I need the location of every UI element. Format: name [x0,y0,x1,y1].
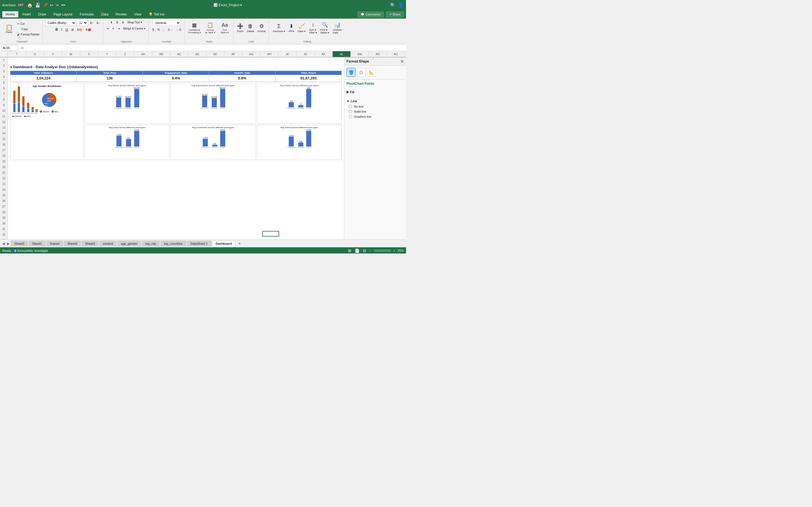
col-header-AH[interactable]: AH [260,51,278,57]
col-header-AL[interactable]: AL [333,51,351,57]
tab-insert[interactable]: Insert [19,11,34,17]
row-5[interactable]: 5 [0,80,8,86]
effects-tool-button[interactable]: ⬡ [357,68,366,77]
tab-home[interactable]: Home [2,11,18,17]
no-line-option[interactable]: No line [347,104,404,109]
row-17[interactable]: 17 [0,148,8,153]
redo-icon[interactable]: ↪ [56,3,59,7]
col-header-AI[interactable]: AI [278,51,297,57]
sum-button[interactable]: Σ AutoSum ▾ [271,20,287,36]
percent-button[interactable]: % [156,27,161,32]
paste-button[interactable]: 📋 Paste [3,20,15,38]
cell-reference-input[interactable] [1,45,18,51]
col-header-V[interactable]: V [44,51,62,57]
sheet-tab-top-countries[interactable]: top_countries [160,240,186,246]
fill-button[interactable]: ⬇ Fill ▾ [287,20,296,36]
row-4[interactable]: 4 [0,74,8,80]
fill-section-header[interactable]: ▶ Fill [347,90,404,94]
font-size-select[interactable]: 12 [77,20,88,26]
sheet-tab-content[interactable]: content [99,240,117,246]
col-header-Y[interactable]: Y [98,51,116,57]
tab-tell-me[interactable]: 💡 Tell me [145,11,168,17]
scroll-tabs-left-button[interactable]: ◀ [1,240,6,247]
row-27[interactable]: 27 [0,204,8,210]
row-12[interactable]: 12 [0,119,8,125]
row-28[interactable]: 28 [0,210,8,215]
col-header-U[interactable]: U [26,51,44,57]
pin-icon[interactable]: 📌 [43,3,48,7]
share-button[interactable]: ↗ Share [386,11,404,17]
pivot-chart-fields-link[interactable]: PivotChart Fields [344,79,406,88]
row-14[interactable]: 14 [0,131,8,136]
row-29[interactable]: 29 [0,215,8,221]
fill-tool-button[interactable]: 🪣 [347,68,356,77]
search-title-icon[interactable]: 🔍 [390,3,396,8]
zoom-out-button[interactable]: − [369,249,371,252]
sort-filter-button[interactable]: ↕ Sort &Filter ▾ [308,20,318,36]
col-header-AG[interactable]: AG [243,51,260,57]
font-color-button[interactable]: A🔴 [84,27,93,32]
autosave-indicator[interactable]: AutoSave OFF [2,3,25,7]
size-tool-button[interactable]: 📐 [367,68,376,77]
add-sheet-button[interactable]: + [236,240,243,247]
tab-draw[interactable]: Draw [35,11,49,17]
gradient-line-option[interactable]: Gradient line [347,114,404,119]
sheet-tab-sheet1[interactable]: Sheet1 [29,240,46,246]
row-9[interactable]: 9 [0,103,8,108]
row-2[interactable]: 2 [0,63,8,69]
col-header-AJ[interactable]: AJ [297,51,315,57]
underline-button[interactable]: U [64,27,70,32]
undo-icon[interactable]: ↩ [50,3,53,7]
row-25[interactable]: 25 [0,193,8,198]
analyse-data-button[interactable]: 📊 AnalyseData [332,20,343,36]
row-7[interactable]: 7 [0,91,8,97]
col-header-AM[interactable]: AM [351,51,369,57]
align-center-button[interactable]: ≡ [111,26,116,31]
font-family-select[interactable]: Calibri (Body) [45,20,76,26]
align-middle-button[interactable]: ☰ [114,20,120,25]
row-8[interactable]: 8 [0,97,8,103]
scroll-tabs-right-button[interactable]: ▶ [6,240,11,247]
col-header-X[interactable]: X [80,51,98,57]
row-22[interactable]: 22 [0,176,8,181]
align-top-button[interactable]: ⬆ [109,20,114,25]
italic-button[interactable]: I [60,27,63,32]
col-header-AF[interactable]: AF [224,51,243,57]
align-left-button[interactable]: ⇤ [105,26,110,31]
fill-section[interactable]: ▶ Fill [344,88,406,97]
tab-review[interactable]: Review [112,11,130,17]
fill-color-button[interactable]: A🎨 [75,27,84,32]
row-16[interactable]: 16 [0,142,8,148]
line-section-header[interactable]: ▼ Line [347,100,404,103]
row-1[interactable]: 1 [0,57,8,63]
align-bottom-button[interactable]: ⬇ [120,20,125,25]
col-header-W[interactable]: W [62,51,80,57]
copy-button[interactable]: 📄 Copy [16,26,41,32]
sheet-tab-sheet4[interactable]: Sheet4 [64,240,81,246]
row-23[interactable]: 23 [0,181,8,187]
comments-button[interactable]: 💬 Comments [357,11,384,17]
align-right-button[interactable]: ⇥ [116,26,121,31]
number-format-select[interactable]: General [153,20,181,26]
row-30[interactable]: 30 [0,221,8,226]
gradient-line-radio[interactable] [349,115,352,118]
row-11[interactable]: 11 [0,114,8,119]
normal-view-button[interactable]: ⊞ [347,248,352,253]
find-select-button[interactable]: 🔍 Find &Select ▾ [319,20,331,36]
row-18[interactable]: 18 [0,153,8,159]
row-19[interactable]: 19 [0,159,8,165]
merge-center-button[interactable]: Merge & Centre ▾ [122,26,147,31]
home-icon[interactable]: 🏠 [27,3,33,8]
row-13[interactable]: 13 [0,125,8,131]
col-header-AB[interactable]: AB [152,51,170,57]
col-header-AC[interactable]: AC [170,51,188,57]
col-header-AO[interactable]: AO [387,51,405,57]
col-header-AA[interactable]: AA [134,51,152,57]
row-33[interactable]: 33 [0,238,8,239]
sheet-tab-subset[interactable]: Subset [46,240,63,246]
sheet-tab-sheet2[interactable]: Sheet2 [11,240,28,246]
border-button[interactable]: ⊞ [70,27,75,32]
row-26[interactable]: 26 [0,198,8,204]
format-button[interactable]: ⚙ Format [256,20,267,36]
col-header-T[interactable]: T [8,51,26,57]
